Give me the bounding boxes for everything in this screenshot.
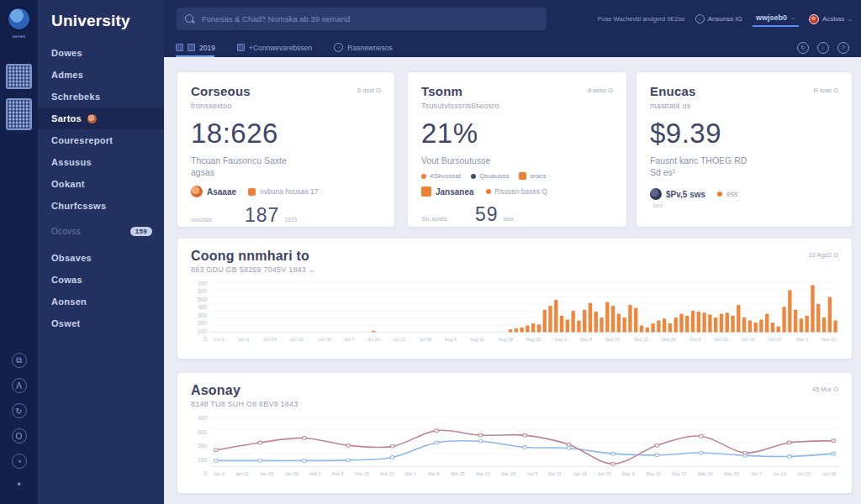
orange-dot-icon	[421, 174, 426, 179]
tabs-row-actions: ↻ ↓ ?	[797, 42, 849, 54]
stat-big-number: $9.39	[650, 118, 838, 150]
notifications-label: Ansunss IG	[708, 15, 742, 23]
sidebar-item-label: Ookant	[51, 179, 85, 189]
bell-icon: i	[695, 14, 705, 24]
search-icon	[185, 14, 195, 24]
legend-label: Rsoosn basss Q	[495, 187, 547, 196]
mini-legend-label: sracs	[530, 172, 546, 180]
help-icon[interactable]: ?	[837, 42, 849, 54]
logo-caption: seves	[0, 34, 38, 39]
orange-dot-icon	[87, 114, 97, 123]
footer-value: 187	[245, 204, 279, 227]
sidebar-item[interactable]: Churfcssws	[38, 195, 164, 217]
mini-legend-label: Qsuausss	[479, 172, 510, 180]
footer-small: ses	[653, 202, 838, 208]
circle-icon[interactable]: O	[12, 428, 27, 444]
tab-year[interactable]: 2019	[176, 38, 215, 57]
bar-y-axis: 7006005004003002001000	[191, 281, 211, 342]
legend-item: $Pv,5 sws	[650, 188, 705, 200]
sidebar-item[interactable]: Schrebeks	[38, 86, 164, 108]
clock-icon[interactable]: ◔	[12, 454, 27, 469]
sidebar-item-label: Aonsen	[51, 297, 87, 307]
stat-big-number: 21%	[421, 118, 613, 150]
search-box[interactable]	[177, 8, 547, 30]
app-logo-icon[interactable]	[7, 7, 31, 31]
sidebar-item-label: Schrebeks	[51, 92, 100, 102]
chart-meta[interactable]: 45 Mur O	[812, 383, 838, 393]
sidebar-item-label: Cowas	[51, 275, 82, 285]
bar-plot	[211, 281, 838, 334]
tab-compare[interactable]: +Connwevarebssen	[237, 38, 312, 57]
stat-line: Thcuan Fausoncu Saxte	[191, 155, 381, 165]
tab-recent[interactable]: ◔ Rasnewnesos	[334, 38, 392, 57]
sidebar-item[interactable]: Obsaves	[38, 247, 164, 269]
sidebar-item[interactable]: Oswet	[38, 312, 164, 334]
language-select[interactable]: wwjseb0 ⌄	[753, 12, 799, 27]
card-subtitle: fronssextoo	[191, 102, 381, 110]
app-title: University	[38, 0, 164, 39]
card-title: Corseous	[191, 84, 251, 98]
notifications-button[interactable]: i Ansunss IG	[695, 14, 742, 24]
sidebar-item[interactable]: Couresreport	[38, 129, 164, 151]
status-text: Fvae Wachevbl andgvrd 9E2se	[598, 15, 685, 23]
profile-menu[interactable]: Acsbas ⌄	[809, 14, 853, 24]
stat-big-number: 18:626	[191, 118, 381, 150]
sidebar-item[interactable]: Cowas	[38, 269, 164, 291]
sidebar-badge: 159	[130, 227, 152, 236]
card-title: Tsonm	[421, 84, 462, 98]
legend-item: Rsoosn basss Q	[486, 187, 547, 196]
sidebar-item-label: Couresreport	[51, 135, 113, 145]
card-meta[interactable]: 6 dsst G	[357, 84, 381, 94]
chart-meta[interactable]: 10 Agd2 G	[809, 249, 838, 259]
language-value: wwjseb0	[756, 13, 787, 22]
legend-label: Asaaae	[207, 187, 236, 197]
profile-label: Acsbas	[822, 15, 844, 23]
sidebar-item[interactable]: Dowes	[38, 42, 164, 64]
tab-label: +Connwevarebssen	[249, 44, 312, 52]
stat-card-rate: Tsonm 8 sesu G Tsusutvtsssrts6seosro 21%…	[407, 71, 627, 228]
qr-tile-icon[interactable]	[6, 64, 32, 89]
sidebar-item[interactable]: Aonsen	[38, 291, 164, 312]
line-chart: 4003002001000 Jan 4Jan 11Jan 18Jan 25Feb…	[191, 415, 838, 476]
sidebar-item[interactable]: Admes	[38, 64, 164, 86]
sidebar-item[interactable]: Assusus	[38, 151, 164, 173]
avatar	[809, 14, 819, 24]
sidebar-item[interactable]: Ookant	[38, 173, 164, 195]
history-icon[interactable]: ↻	[797, 42, 809, 54]
footer-value: 59	[475, 203, 499, 226]
stat-card-courses: Corseous 6 dsst G fronssextoo 18:626 Thc…	[177, 71, 395, 228]
card-meta[interactable]: R toas O	[813, 84, 838, 94]
refresh-icon[interactable]: ↻	[12, 403, 27, 418]
chart-title: Asonay	[191, 383, 240, 398]
sidebar-item-label: Obsaves	[51, 253, 92, 263]
chart-subtitle: 8148 TU8 SUH O8 6BV8 1843	[191, 400, 838, 408]
footer-label: Su avies	[421, 215, 470, 223]
footer-small: aaa	[504, 216, 514, 222]
tab-label: Rasnewnesos	[347, 44, 392, 52]
sidebar-item-dim[interactable]: Ocovss 159	[38, 220, 164, 242]
card-meta[interactable]: 8 sesu G	[588, 84, 613, 94]
grid-icon[interactable]: ⧉	[12, 353, 27, 368]
mini-legend-item: 4Skvossat	[421, 172, 461, 180]
grid-icon	[176, 44, 183, 51]
search-input[interactable]	[202, 14, 538, 24]
footer-label: ovusss	[191, 216, 240, 223]
dot-icon[interactable]: ✦	[14, 479, 24, 489]
qr-tile-icon[interactable]	[6, 98, 32, 130]
plus-icon	[237, 44, 245, 51]
tabs-row: 2019 +Connwevarebssen ◔ Rasnewnesos ↻ ↓ …	[164, 38, 861, 57]
topbar: Fvae Wachevbl andgvrd 9E2se i Ansunss IG…	[164, 0, 861, 38]
sidebar-item-active[interactable]: Sartos	[38, 108, 164, 129]
orange-square-icon	[248, 188, 256, 196]
clock-icon: ◔	[334, 43, 343, 52]
orange-dot-icon	[717, 192, 722, 197]
icon-rail: seves ⧉ Λ ↻ O ◔ ✦	[0, 0, 38, 504]
grid-icon	[188, 44, 195, 51]
sidebar: University Dowes Admes Schrebeks Sartos …	[38, 0, 164, 504]
legend-label: ovbuna housas 17	[260, 187, 318, 196]
chart-subtitle[interactable]: 863 GDU GB 58259 7045V 1843 ⌄	[191, 265, 838, 274]
download-icon[interactable]: ↓	[817, 42, 829, 54]
mini-legend-item: sracs	[519, 172, 546, 180]
sidebar-nav: Dowes Admes Schrebeks Sartos Couresrepor…	[38, 42, 164, 334]
caret-icon[interactable]: Λ	[12, 378, 27, 393]
